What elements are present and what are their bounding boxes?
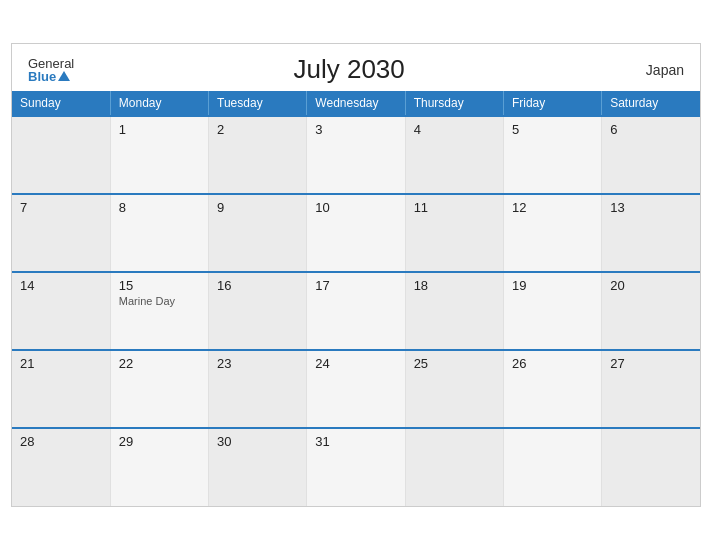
logo-general-text: General (28, 57, 74, 70)
day-header-monday: Monday (110, 91, 208, 116)
calendar-table: SundayMondayTuesdayWednesdayThursdayFrid… (12, 91, 700, 506)
calendar-cell: 20 (602, 272, 700, 350)
calendar-cell: 27 (602, 350, 700, 428)
week-row-4: 21222324252627 (12, 350, 700, 428)
calendar-cell: 13 (602, 194, 700, 272)
day-number: 16 (217, 278, 298, 293)
calendar-cell: 17 (307, 272, 405, 350)
calendar-title: July 2030 (74, 54, 624, 85)
calendar-cell (602, 428, 700, 506)
day-number: 13 (610, 200, 692, 215)
calendar-cell: 26 (503, 350, 601, 428)
calendar-cell: 22 (110, 350, 208, 428)
day-number: 8 (119, 200, 200, 215)
day-number: 2 (217, 122, 298, 137)
calendar-cell: 11 (405, 194, 503, 272)
day-number: 15 (119, 278, 200, 293)
day-number: 11 (414, 200, 495, 215)
week-row-1: 123456 (12, 116, 700, 194)
week-row-2: 78910111213 (12, 194, 700, 272)
logo-blue-text: Blue (28, 70, 70, 83)
holiday-name: Marine Day (119, 295, 200, 307)
calendar-cell: 1 (110, 116, 208, 194)
day-number: 21 (20, 356, 102, 371)
day-number: 6 (610, 122, 692, 137)
calendar-cell: 30 (209, 428, 307, 506)
calendar-cell: 8 (110, 194, 208, 272)
calendar-header: General Blue July 2030 Japan (12, 44, 700, 91)
calendar-cell: 4 (405, 116, 503, 194)
calendar-cell: 18 (405, 272, 503, 350)
logo: General Blue (28, 57, 74, 83)
logo-triangle-icon (58, 71, 70, 81)
day-number: 9 (217, 200, 298, 215)
day-number: 29 (119, 434, 200, 449)
calendar-country: Japan (624, 62, 684, 78)
day-number: 14 (20, 278, 102, 293)
calendar-cell: 7 (12, 194, 110, 272)
day-number: 26 (512, 356, 593, 371)
day-number: 12 (512, 200, 593, 215)
calendar-cell: 29 (110, 428, 208, 506)
calendar-cell: 21 (12, 350, 110, 428)
calendar-cell: 9 (209, 194, 307, 272)
day-number: 22 (119, 356, 200, 371)
calendar-cell: 10 (307, 194, 405, 272)
calendar-cell: 24 (307, 350, 405, 428)
day-header-tuesday: Tuesday (209, 91, 307, 116)
day-header-saturday: Saturday (602, 91, 700, 116)
day-number: 28 (20, 434, 102, 449)
day-number: 24 (315, 356, 396, 371)
day-number: 23 (217, 356, 298, 371)
week-row-3: 1415Marine Day1617181920 (12, 272, 700, 350)
calendar-container: General Blue July 2030 Japan SundayMonda… (11, 43, 701, 507)
day-number: 5 (512, 122, 593, 137)
calendar-cell: 2 (209, 116, 307, 194)
day-number: 25 (414, 356, 495, 371)
calendar-cell: 12 (503, 194, 601, 272)
calendar-cell (405, 428, 503, 506)
day-number: 19 (512, 278, 593, 293)
day-header-wednesday: Wednesday (307, 91, 405, 116)
day-number: 10 (315, 200, 396, 215)
calendar-cell: 14 (12, 272, 110, 350)
days-header-row: SundayMondayTuesdayWednesdayThursdayFrid… (12, 91, 700, 116)
day-number: 31 (315, 434, 396, 449)
day-number: 27 (610, 356, 692, 371)
calendar-cell: 5 (503, 116, 601, 194)
day-header-thursday: Thursday (405, 91, 503, 116)
day-number: 18 (414, 278, 495, 293)
calendar-cell: 15Marine Day (110, 272, 208, 350)
day-number: 4 (414, 122, 495, 137)
day-header-sunday: Sunday (12, 91, 110, 116)
day-number: 3 (315, 122, 396, 137)
day-header-friday: Friday (503, 91, 601, 116)
day-number: 20 (610, 278, 692, 293)
calendar-cell: 19 (503, 272, 601, 350)
calendar-cell: 3 (307, 116, 405, 194)
calendar-cell (503, 428, 601, 506)
week-row-5: 28293031 (12, 428, 700, 506)
calendar-cell: 16 (209, 272, 307, 350)
calendar-cell: 23 (209, 350, 307, 428)
calendar-cell: 6 (602, 116, 700, 194)
calendar-cell (12, 116, 110, 194)
day-number: 7 (20, 200, 102, 215)
calendar-cell: 28 (12, 428, 110, 506)
day-number: 30 (217, 434, 298, 449)
calendar-cell: 31 (307, 428, 405, 506)
day-number: 17 (315, 278, 396, 293)
day-number: 1 (119, 122, 200, 137)
calendar-cell: 25 (405, 350, 503, 428)
